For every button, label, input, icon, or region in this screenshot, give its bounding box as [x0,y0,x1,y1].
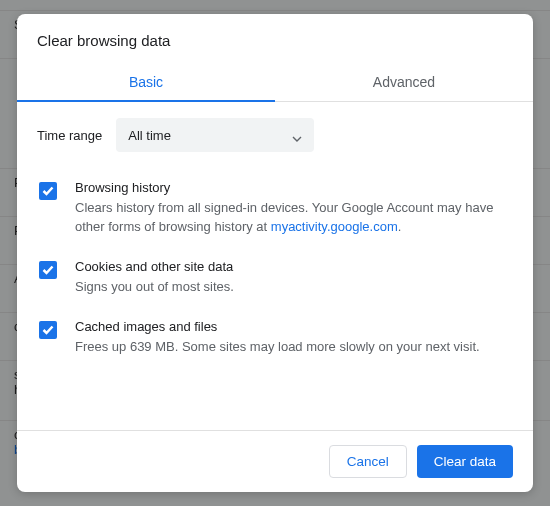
option-title: Cookies and other site data [75,259,513,274]
option-browsing-history: Browsing history Clears history from all… [37,180,513,237]
time-range-row: Time range All time [37,118,513,152]
time-range-select[interactable]: All time [116,118,314,152]
option-title: Browsing history [75,180,513,195]
clear-data-button[interactable]: Clear data [417,445,513,478]
tab-advanced[interactable]: Advanced [275,63,533,101]
option-desc: Frees up 639 MB. Some sites may load mor… [75,338,513,357]
dialog-title: Clear browsing data [17,14,533,63]
dialog-footer: Cancel Clear data [17,430,533,492]
myactivity-link[interactable]: myactivity.google.com [271,219,398,234]
dialog-body: Time range All time Browsing history Cle… [17,102,533,430]
chevron-down-icon [292,130,302,140]
option-cache: Cached images and files Frees up 639 MB.… [37,319,513,357]
time-range-value: All time [128,128,292,143]
option-desc: Clears history from all signed-in device… [75,199,513,237]
option-cookies: Cookies and other site data Signs you ou… [37,259,513,297]
tab-basic[interactable]: Basic [17,63,275,101]
checkbox-cache[interactable] [39,321,57,339]
checkbox-browsing-history[interactable] [39,182,57,200]
time-range-label: Time range [37,128,102,143]
tabs: Basic Advanced [17,63,533,102]
option-desc: Signs you out of most sites. [75,278,513,297]
option-title: Cached images and files [75,319,513,334]
cancel-button[interactable]: Cancel [329,445,407,478]
checkbox-cookies[interactable] [39,261,57,279]
clear-browsing-data-dialog: Clear browsing data Basic Advanced Time … [17,14,533,492]
